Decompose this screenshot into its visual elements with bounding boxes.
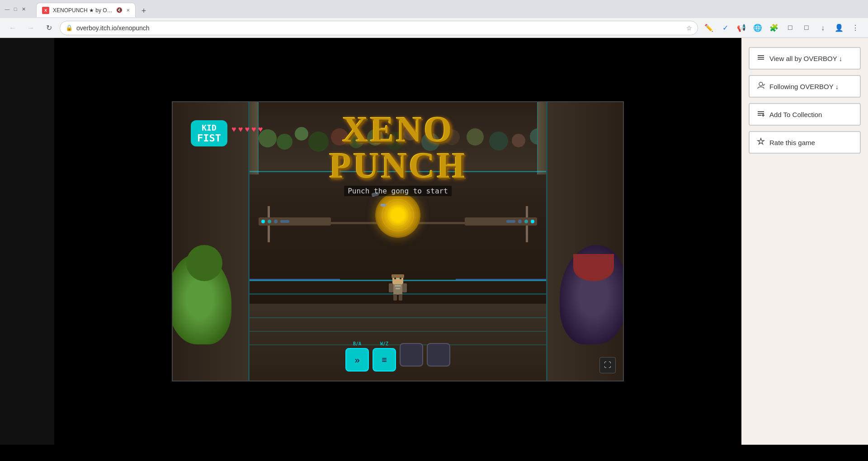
monster-left (173, 227, 250, 344)
url-text: overboy.itch.io/xenopunch (76, 24, 683, 32)
following-label: Following OVERBOY ↓ (769, 83, 839, 90)
svg-rect-13 (395, 285, 401, 287)
beam-right (456, 279, 546, 280)
game-canvas[interactable]: KID FIST ♥ ♥ ♥ ♥ ♥ (172, 101, 624, 381)
health-bar: ♥ ♥ ♥ ♥ ♥ (231, 125, 263, 134)
tabs-bar: X XENOPUNCH ★ by OVERB 🔇 × + (33, 1, 864, 17)
add-collection-button[interactable]: Add To Collection (749, 103, 861, 126)
heart-4: ♥ (251, 125, 256, 134)
left-gutter (0, 38, 54, 445)
projectile-3 (417, 199, 423, 202)
following-icon (757, 81, 765, 91)
reload-button[interactable]: ↻ (42, 21, 56, 35)
player-character (387, 270, 409, 301)
game-controls: B/A » W/Z ≡ (345, 341, 450, 372)
tab-mute-icon[interactable]: 🔇 (116, 7, 123, 13)
ctrl-btn-3[interactable] (400, 343, 423, 367)
punch-text: PUNCH (329, 147, 467, 183)
fist-label: FIST (197, 132, 221, 144)
ctrl-btn-4[interactable] (427, 343, 450, 367)
rate-game-button[interactable]: Rate this game (749, 131, 861, 154)
pillar-top-right (537, 102, 546, 174)
xeno-text: XENO (329, 111, 467, 147)
nav-bar: ← → ↻ 🔒 overboy.itch.io/xenopunch ☆ ✏️ ✓… (0, 18, 868, 38)
control-group-4 (427, 341, 450, 372)
tab-title: XENOPUNCH ★ by OVERB (53, 7, 113, 14)
right-sidebar: View all by OVERBOY ↓ Following OVERBOY … (741, 38, 868, 445)
fullscreen-icon: ⛶ (604, 361, 611, 369)
title-bar: — □ ✕ X XENOPUNCH ★ by OVERB 🔇 × + (0, 0, 868, 18)
svg-rect-16 (758, 57, 764, 58)
address-bar[interactable]: 🔒 overboy.itch.io/xenopunch ☆ (60, 21, 698, 35)
pillar-top-left (250, 102, 259, 174)
ctrl-btn-2-icon: ≡ (382, 355, 387, 365)
gong (375, 193, 420, 238)
svg-point-18 (759, 82, 763, 86)
projectile-2 (381, 203, 386, 207)
add-collection-label: Add To Collection (769, 111, 822, 118)
fullscreen-button[interactable]: ⛶ (599, 357, 616, 373)
forward-button[interactable]: → (24, 21, 38, 35)
svg-rect-6 (392, 274, 404, 278)
new-tab-button[interactable]: + (137, 5, 150, 17)
checkmark-icon-button[interactable]: ✓ (718, 21, 732, 35)
back-button[interactable]: ← (5, 21, 20, 35)
floor-line-2 (250, 331, 546, 332)
speaker-icon-button[interactable]: 📢 (734, 21, 749, 35)
control-group-1: B/A » (345, 341, 369, 372)
svg-point-3 (393, 211, 402, 220)
svg-rect-9 (393, 294, 397, 301)
svg-rect-17 (758, 59, 764, 60)
window-controls: — □ ✕ (4, 5, 27, 13)
svg-rect-11 (394, 278, 396, 279)
add-collection-icon (757, 109, 765, 119)
view-all-label: View all by OVERBOY ↓ (769, 55, 842, 62)
heart-3: ♥ (245, 125, 250, 134)
maximize-button[interactable]: □ (12, 5, 19, 13)
ctrl-btn-1[interactable]: » (345, 348, 369, 372)
edit-icon-button[interactable]: ✏️ (702, 21, 716, 35)
svg-rect-21 (758, 115, 761, 116)
beam-left (250, 279, 340, 280)
svg-rect-7 (389, 283, 393, 292)
svg-rect-14 (396, 288, 400, 289)
svg-rect-8 (402, 283, 407, 292)
bookmark-icon[interactable]: ☆ (686, 24, 692, 32)
page-content: KID FIST ♥ ♥ ♥ ♥ ♥ (0, 38, 868, 445)
profile-icon-button[interactable]: 👤 (832, 21, 846, 35)
extension2-icon-button[interactable]: ☐ (783, 21, 797, 35)
extension3-icon-button[interactable]: ☐ (799, 21, 814, 35)
ctrl-btn-2[interactable]: ≡ (373, 348, 396, 372)
svg-rect-10 (399, 294, 402, 301)
download-icon-button[interactable]: ↓ (816, 21, 830, 35)
ctrl-btn-1-icon: » (354, 355, 359, 365)
monster-right (546, 218, 623, 344)
view-all-button[interactable]: View all by OVERBOY ↓ (749, 47, 861, 70)
ctrl-label-2: W/Z (380, 341, 388, 346)
heart-5: ♥ (258, 125, 263, 134)
close-window-button[interactable]: ✕ (20, 5, 27, 13)
tab-close-button[interactable]: × (126, 7, 130, 13)
view-all-icon (757, 53, 765, 63)
ctrl-label-1: B/A (353, 341, 361, 346)
floor-line-1 (250, 317, 546, 318)
control-group-3 (400, 341, 423, 372)
active-tab[interactable]: X XENOPUNCH ★ by OVERB 🔇 × (36, 3, 136, 17)
minimize-button[interactable]: — (4, 5, 11, 13)
machine-stand-right (465, 217, 537, 226)
svg-rect-20 (758, 113, 764, 114)
extension1-icon-button[interactable]: 🧩 (767, 21, 781, 35)
address-icons: ☆ (686, 24, 692, 32)
browser-chrome: — □ ✕ X XENOPUNCH ★ by OVERB 🔇 × + (0, 0, 868, 18)
more-menu-button[interactable]: ⋮ (848, 21, 863, 35)
tab-favicon: X (42, 7, 49, 14)
toolbar-icons: ✏️ ✓ 📢 🌐 🧩 ☐ ☐ ↓ 👤 ⋮ (702, 21, 863, 35)
globe-icon-button[interactable]: 🌐 (750, 21, 765, 35)
following-button[interactable]: Following OVERBOY ↓ (749, 75, 861, 98)
svg-rect-12 (400, 278, 401, 279)
heart-1: ♥ (231, 125, 236, 134)
rate-game-label: Rate this game (769, 139, 815, 146)
svg-rect-19 (758, 111, 764, 112)
game-title: XENO PUNCH (329, 111, 467, 183)
svg-rect-15 (758, 55, 764, 56)
